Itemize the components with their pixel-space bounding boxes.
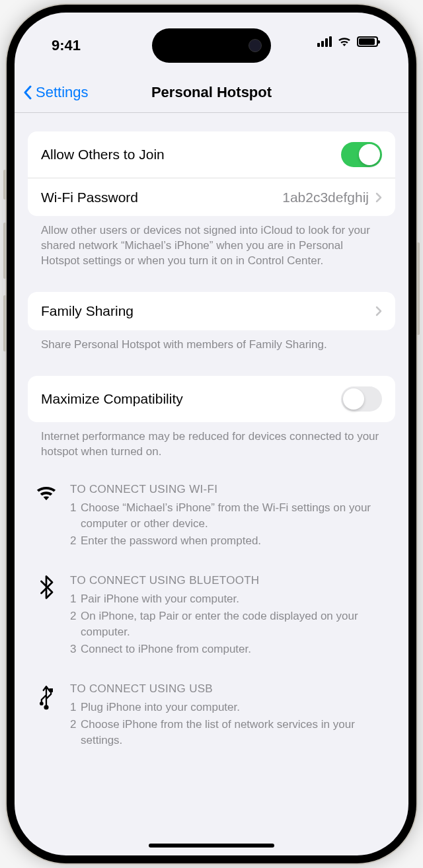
connect-wifi-head: TO CONNECT USING WI-FI	[70, 483, 391, 496]
connect-usb-steps: 1Plug iPhone into your computer.2Choose …	[70, 700, 391, 748]
connect-bluetooth-section: TO CONNECT USING BLUETOOTH 1Pair iPhone …	[28, 574, 395, 659]
status-right	[317, 36, 378, 47]
connect-step: 2Choose iPhone from the list of network …	[70, 717, 391, 748]
row-family-sharing[interactable]: Family Sharing	[28, 292, 395, 330]
row-maximize-compatibility[interactable]: Maximize Compatibility	[28, 376, 395, 422]
connect-step: 1Pair iPhone with your computer.	[70, 591, 391, 607]
wifi-password-value: 1ab2c3defghij	[282, 190, 369, 205]
connect-bluetooth-head: TO CONNECT USING BLUETOOTH	[70, 574, 391, 587]
usb-icon	[38, 684, 54, 710]
svg-rect-1	[49, 688, 53, 692]
connect-step: 1Plug iPhone into your computer.	[70, 700, 391, 715]
screen: 9:41 Settings Personal Hotspot Allow Oth…	[15, 13, 408, 855]
allow-others-label: Allow Others to Join	[41, 147, 341, 163]
wifi-icon	[337, 36, 352, 47]
allow-others-toggle[interactable]	[341, 142, 382, 167]
nav-header: Settings Personal Hotspot	[15, 72, 408, 113]
power-button	[416, 242, 420, 335]
chevron-right-icon	[375, 306, 382, 316]
connect-step: 2On iPhone, tap Pair or enter the code d…	[70, 608, 391, 640]
allow-others-footer: Allow other users or devices not signed …	[28, 216, 395, 268]
svg-point-0	[40, 702, 44, 705]
cellular-signal-icon	[317, 36, 332, 47]
connect-bluetooth-steps: 1Pair iPhone with your computer.2On iPho…	[70, 591, 391, 657]
connect-wifi-section: TO CONNECT USING WI-FI 1Choose “Michael’…	[28, 483, 395, 550]
row-wifi-password[interactable]: Wi-Fi Password 1ab2c3defghij	[28, 178, 395, 216]
wifi-icon	[35, 484, 58, 501]
connect-wifi-steps: 1Choose “Michael’s iPhone” from the Wi-F…	[70, 500, 391, 549]
bluetooth-icon	[39, 575, 54, 599]
group-family-sharing: Family Sharing	[28, 292, 395, 330]
volume-up-button	[3, 223, 7, 279]
chevron-right-icon	[375, 192, 382, 203]
dynamic-island	[152, 28, 271, 63]
content: Allow Others to Join Wi-Fi Password 1ab2…	[15, 113, 408, 855]
maximize-compatibility-toggle[interactable]	[341, 386, 382, 412]
connect-usb-head: TO CONNECT USING USB	[70, 682, 391, 696]
mute-switch	[3, 170, 7, 199]
connect-step: 2Enter the password when prompted.	[70, 533, 391, 549]
phone-frame: 9:41 Settings Personal Hotspot Allow Oth…	[7, 5, 416, 863]
back-label: Settings	[36, 84, 89, 101]
back-button[interactable]: Settings	[24, 84, 89, 101]
family-sharing-footer: Share Personal Hotspot with members of F…	[28, 330, 395, 352]
family-sharing-label: Family Sharing	[41, 303, 375, 319]
compatibility-footer: Internet performance may be reduced for …	[28, 422, 395, 459]
row-allow-others[interactable]: Allow Others to Join	[28, 131, 395, 178]
chevron-left-icon	[24, 85, 32, 100]
maximize-compatibility-label: Maximize Compatibility	[41, 391, 341, 407]
connect-step: 3Connect to iPhone from computer.	[70, 641, 391, 657]
home-indicator[interactable]	[149, 844, 274, 848]
volume-down-button	[3, 295, 7, 351]
svg-point-2	[44, 705, 48, 709]
page-title: Personal Hotspot	[151, 84, 272, 101]
group-allow-password: Allow Others to Join Wi-Fi Password 1ab2…	[28, 131, 395, 216]
connect-step: 1Choose “Michael’s iPhone” from the Wi-F…	[70, 500, 391, 532]
status-time: 9:41	[52, 37, 81, 54]
connect-usb-section: TO CONNECT USING USB 1Plug iPhone into y…	[28, 682, 395, 750]
battery-icon	[357, 36, 378, 47]
group-compatibility: Maximize Compatibility	[28, 376, 395, 422]
wifi-password-label: Wi-Fi Password	[41, 190, 282, 205]
